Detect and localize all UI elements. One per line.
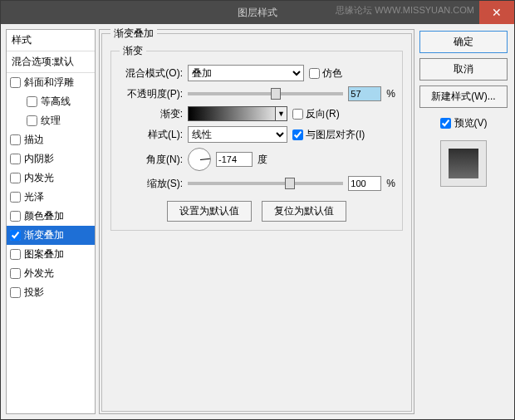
style-checkbox[interactable]: [27, 96, 37, 107]
style-item-label: 颜色叠加: [24, 209, 64, 223]
style-item[interactable]: 外发光: [7, 264, 95, 283]
style-item-label: 内发光: [24, 171, 54, 185]
preview-checkbox[interactable]: 预览(V): [419, 116, 508, 130]
style-checkbox[interactable]: [27, 115, 37, 126]
style-checkbox[interactable]: [10, 173, 21, 183]
opacity-label: 不透明度(P):: [118, 87, 183, 101]
style-item-label: 投影: [24, 286, 44, 300]
blend-mode-select[interactable]: 叠加: [188, 65, 304, 81]
dither-checkbox[interactable]: 仿色: [309, 66, 342, 81]
ok-button[interactable]: 确定: [419, 31, 508, 53]
style-checkbox[interactable]: [10, 268, 21, 279]
style-item-label: 描边: [24, 133, 44, 147]
style-item-label: 外发光: [24, 266, 54, 281]
style-select[interactable]: 线性: [188, 126, 287, 143]
style-item[interactable]: 投影: [7, 283, 95, 302]
style-checkbox[interactable]: [10, 77, 21, 88]
close-button[interactable]: ✕: [479, 1, 514, 24]
style-item[interactable]: 内发光: [7, 168, 95, 188]
preview-inner: [449, 149, 478, 178]
style-checkbox[interactable]: [10, 230, 21, 241]
angle-dial[interactable]: [188, 148, 211, 171]
opacity-input[interactable]: [348, 86, 381, 101]
style-item-label: 图案叠加: [24, 247, 64, 261]
scale-slider[interactable]: [188, 182, 343, 185]
preview-swatch: [440, 140, 487, 187]
titlebar: 图层样式 思缘论坛 WWW.MISSYUAN.COM ✕: [1, 1, 514, 24]
style-checkbox[interactable]: [10, 211, 21, 222]
style-label: 样式(L):: [118, 128, 183, 142]
style-item[interactable]: 斜面和浮雕: [7, 73, 95, 92]
style-item[interactable]: 光泽: [7, 188, 95, 207]
angle-input[interactable]: [216, 152, 253, 167]
style-checkbox[interactable]: [10, 154, 21, 164]
angle-label: 角度(N):: [118, 153, 183, 167]
style-item[interactable]: 等高线: [7, 92, 95, 111]
reverse-checkbox[interactable]: 反向(R): [292, 107, 340, 121]
align-checkbox[interactable]: 与图层对齐(I): [292, 128, 365, 142]
style-item-label: 等高线: [41, 95, 71, 109]
style-item[interactable]: 内阴影: [7, 149, 95, 168]
watermark: 思缘论坛 WWW.MISSYUAN.COM: [336, 4, 474, 17]
style-item-label: 斜面和浮雕: [24, 76, 74, 90]
style-checkbox[interactable]: [10, 192, 21, 203]
style-item[interactable]: 纹理: [7, 111, 95, 130]
layer-style-dialog: 图层样式 思缘论坛 WWW.MISSYUAN.COM ✕ 样式 混合选项:默认 …: [0, 0, 515, 420]
style-item-label: 渐变叠加: [24, 228, 64, 242]
gradient-picker[interactable]: ▼: [188, 106, 287, 121]
opacity-slider[interactable]: [188, 92, 343, 95]
set-default-button[interactable]: 设置为默认值: [167, 201, 252, 222]
style-checkbox[interactable]: [10, 287, 21, 298]
gradient-label: 渐变:: [118, 107, 183, 121]
cancel-button[interactable]: 取消: [419, 58, 508, 81]
style-item[interactable]: 图案叠加: [7, 245, 95, 264]
style-checkbox[interactable]: [10, 249, 21, 260]
style-item-label: 纹理: [41, 114, 61, 128]
right-panel: 确定 取消 新建样式(W)... 预览(V): [418, 29, 509, 414]
blend-mode-label: 混合模式(O):: [118, 66, 183, 81]
blending-options-item[interactable]: 混合选项:默认: [7, 51, 95, 73]
new-style-button[interactable]: 新建样式(W)...: [419, 85, 508, 108]
style-item-label: 光泽: [24, 190, 44, 204]
scale-input[interactable]: [348, 176, 381, 191]
style-list-panel: 样式 混合选项:默认 斜面和浮雕等高线纹理描边内阴影内发光光泽颜色叠加渐变叠加图…: [6, 29, 96, 414]
group-title: 渐变: [120, 44, 146, 58]
settings-panel: 渐变叠加 渐变 混合模式(O): 叠加 仿色 不透明度(P):: [99, 29, 414, 414]
title-text: 图层样式: [238, 6, 277, 20]
style-item[interactable]: 颜色叠加: [7, 207, 95, 226]
style-item-label: 内阴影: [24, 152, 54, 166]
reset-default-button[interactable]: 复位为默认值: [262, 201, 346, 222]
style-checkbox[interactable]: [10, 134, 21, 145]
angle-unit: 度: [258, 153, 267, 167]
style-item[interactable]: 渐变叠加: [7, 226, 95, 245]
scale-label: 缩放(S):: [118, 177, 183, 191]
style-list-header[interactable]: 样式: [7, 30, 95, 51]
panel-title: 渐变叠加: [110, 27, 157, 41]
style-item[interactable]: 描边: [7, 130, 95, 149]
gradient-dropdown-icon[interactable]: ▼: [275, 107, 287, 120]
